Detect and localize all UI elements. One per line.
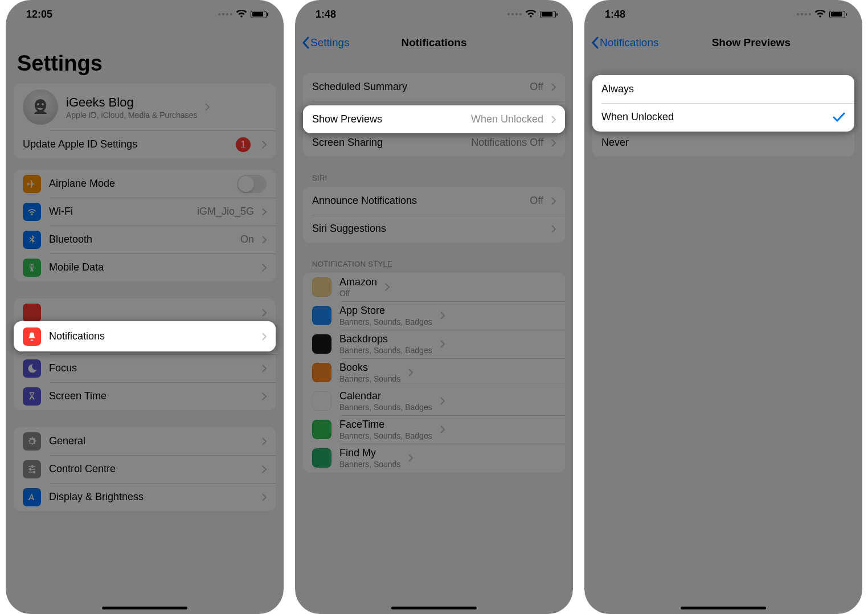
never-label: Never (601, 137, 845, 149)
nav-title: Notifications (401, 36, 466, 49)
chevron-icon (262, 236, 267, 244)
chevron-icon (262, 365, 267, 373)
app-icon (312, 363, 331, 382)
back-button[interactable]: Notifications (591, 36, 659, 49)
antenna-icon (23, 259, 41, 277)
control-centre-row[interactable]: Control Centre (14, 455, 276, 483)
siri-header: Siri (295, 174, 573, 187)
airplane-icon (23, 175, 41, 193)
app-icon (312, 277, 331, 297)
nav-title: Show Previews (712, 36, 791, 49)
app-name: Books (339, 362, 400, 374)
bluetooth-row[interactable]: Bluetooth On (14, 226, 276, 253)
home-indicator[interactable] (681, 607, 766, 609)
avatar (23, 89, 58, 125)
moon-icon (23, 359, 41, 378)
app-icon (312, 306, 331, 325)
notifications-row-highlight[interactable]: Notifications (14, 321, 276, 351)
option-always[interactable]: Always (592, 75, 854, 103)
general-row[interactable]: General (14, 427, 276, 455)
update-apple-id-row[interactable]: Update Apple ID Settings 1 (14, 130, 276, 158)
nav-bar: Notifications Show Previews (584, 28, 862, 57)
app-row[interactable]: BackdropsBanners, Sounds, Badges (303, 330, 565, 358)
app-row[interactable]: FaceTimeBanners, Sounds, Badges (303, 415, 565, 444)
siri-suggestions-row[interactable]: Siri Suggestions (303, 215, 565, 243)
style-header: Notification Style (295, 260, 573, 273)
app-row[interactable]: CalendarBanners, Sounds, Badges (303, 387, 565, 415)
chevron-icon (262, 392, 267, 400)
status-bar: 1:48 (295, 0, 573, 28)
app-sub: Banners, Sounds (339, 374, 400, 383)
home-indicator[interactable] (102, 607, 187, 609)
show-previews-screen: 1:48 Notifications Show Previews Never A… (584, 0, 862, 614)
clock: 1:48 (605, 9, 625, 21)
announce-row[interactable]: Announce Notifications Off (303, 187, 565, 215)
bell-icon (23, 328, 41, 346)
chevron-icon (440, 425, 445, 433)
focus-row[interactable]: Focus (14, 354, 276, 382)
wifi-icon (236, 10, 247, 18)
app-icon (312, 448, 331, 468)
display-row[interactable]: Display & Brightness (14, 483, 276, 511)
chevron-icon (262, 493, 267, 501)
app-sub: Off (339, 289, 377, 298)
chevron-left-icon (302, 36, 309, 49)
chevron-icon (551, 116, 556, 124)
app-row[interactable]: AmazonOff (303, 273, 565, 301)
chevron-icon (551, 225, 556, 233)
chevron-icon (262, 437, 267, 445)
chevron-icon (262, 333, 267, 341)
hourglass-icon (23, 387, 41, 406)
chevron-icon (262, 465, 267, 473)
airplane-row[interactable]: Airplane Mode (14, 170, 276, 198)
options-highlight: Always When Unlocked (592, 75, 854, 132)
app-name: Find My (339, 447, 400, 459)
show-previews-label: Show Previews (312, 113, 463, 125)
clock: 12:05 (26, 9, 52, 21)
unlocked-label: When Unlocked (601, 111, 825, 123)
bell-icon (23, 304, 41, 322)
update-label: Update Apple ID Settings (23, 138, 228, 150)
airplane-toggle[interactable] (237, 175, 267, 193)
show-previews-highlight[interactable]: Show Previews When Unlocked (303, 105, 565, 133)
wifi-row[interactable]: Wi-Fi iGM_Jio_5G (14, 198, 276, 226)
option-unlocked[interactable]: When Unlocked (592, 103, 854, 131)
chevron-left-icon (591, 36, 599, 49)
nav-bar: Settings Notifications (295, 28, 573, 57)
show-previews-value: When Unlocked (471, 113, 543, 125)
option-never[interactable]: Never (592, 129, 854, 157)
status-bar: 1:48 (584, 0, 862, 28)
sliders-icon (23, 460, 41, 478)
checkmark-icon (833, 112, 845, 122)
home-indicator[interactable] (391, 607, 477, 609)
status-bar: 12:05 (6, 0, 284, 28)
mobile-data-row[interactable]: Mobile Data (14, 253, 276, 281)
app-name: App Store (339, 305, 432, 317)
always-label: Always (601, 83, 845, 95)
app-sub: Banners, Sounds, Badges (339, 403, 432, 412)
page-title: Settings (6, 28, 284, 84)
app-name: Backdrops (339, 333, 432, 345)
clock: 1:48 (316, 9, 336, 21)
apple-id-row[interactable]: iGeeks Blog Apple ID, iCloud, Media & Pu… (14, 84, 276, 130)
chevron-icon (551, 197, 556, 205)
app-icon (312, 420, 331, 439)
app-row[interactable]: BooksBanners, Sounds (303, 358, 565, 387)
app-icon (312, 334, 331, 354)
scheduled-summary-row[interactable]: Scheduled Summary Off (303, 73, 565, 101)
back-button[interactable]: Settings (302, 36, 350, 49)
chevron-icon (551, 83, 556, 91)
app-sub: Banners, Sounds, Badges (339, 431, 432, 440)
chevron-icon (262, 208, 267, 216)
chevron-icon (262, 309, 267, 317)
chevron-icon (385, 283, 390, 291)
wifi-icon (814, 10, 826, 18)
signal-dots (507, 13, 522, 15)
text-size-icon (23, 488, 41, 506)
screentime-row[interactable]: Screen Time (14, 382, 276, 410)
chevron-icon (440, 397, 445, 405)
app-row[interactable]: Find MyBanners, Sounds (303, 444, 565, 472)
app-sub: Banners, Sounds, Badges (339, 317, 432, 326)
app-row[interactable]: App StoreBanners, Sounds, Badges (303, 301, 565, 330)
battery-icon (251, 11, 267, 18)
